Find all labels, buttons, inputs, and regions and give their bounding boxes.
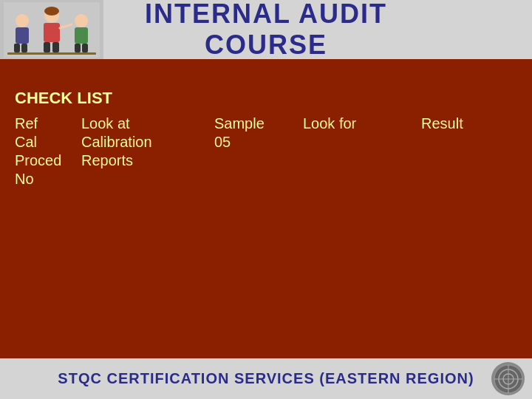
footer-logo bbox=[491, 362, 525, 395]
svg-point-10 bbox=[44, 7, 59, 16]
svg-rect-4 bbox=[21, 44, 27, 52]
table-row: Cal Calibration 05 bbox=[15, 134, 510, 151]
main-content: CHECK LIST Ref Look at Sample Look for R… bbox=[0, 59, 532, 358]
row2-sample: 05 bbox=[214, 134, 303, 151]
footer: STQC CERTIFICATION SERVICES (EASTERN REG… bbox=[0, 358, 532, 399]
sample-header: Sample bbox=[214, 115, 303, 132]
svg-rect-6 bbox=[44, 23, 60, 42]
svg-rect-15 bbox=[7, 52, 96, 55]
row3-lookat: Reports bbox=[81, 152, 214, 169]
row2-lookat: Calibration bbox=[81, 134, 214, 151]
row2-ref: Cal bbox=[15, 134, 81, 151]
header-image bbox=[0, 0, 103, 59]
row4-ref: No bbox=[15, 171, 81, 188]
table-row: No bbox=[15, 171, 510, 188]
table-row: Ref Look at Sample Look for Result bbox=[15, 115, 510, 132]
svg-rect-12 bbox=[75, 27, 88, 44]
lookfor-header: Look for bbox=[303, 115, 421, 132]
footer-text: STQC CERTIFICATION SERVICES (EASTERN REG… bbox=[58, 370, 474, 387]
svg-rect-2 bbox=[16, 27, 29, 44]
svg-rect-14 bbox=[82, 44, 88, 52]
table-row: Proced Reports bbox=[15, 152, 510, 169]
page-title: INTERNAL AUDIT COURSE bbox=[103, 0, 532, 61]
ref-header: Ref bbox=[15, 115, 81, 132]
svg-rect-9 bbox=[52, 42, 59, 52]
svg-rect-3 bbox=[14, 44, 20, 52]
result-header: Result bbox=[421, 115, 495, 132]
header: INTERNAL AUDIT COURSE bbox=[0, 0, 532, 59]
checklist-title: CHECK LIST bbox=[15, 89, 510, 108]
svg-rect-8 bbox=[44, 42, 50, 52]
page-wrapper: INTERNAL AUDIT COURSE CHECK LIST Ref Loo… bbox=[0, 0, 532, 399]
svg-point-1 bbox=[16, 14, 29, 27]
lookat-header: Look at bbox=[81, 115, 214, 132]
svg-point-11 bbox=[75, 14, 88, 27]
checklist-table: Ref Look at Sample Look for Result Cal C… bbox=[15, 115, 510, 189]
svg-rect-13 bbox=[75, 44, 81, 52]
row3-ref: Proced bbox=[15, 152, 81, 169]
